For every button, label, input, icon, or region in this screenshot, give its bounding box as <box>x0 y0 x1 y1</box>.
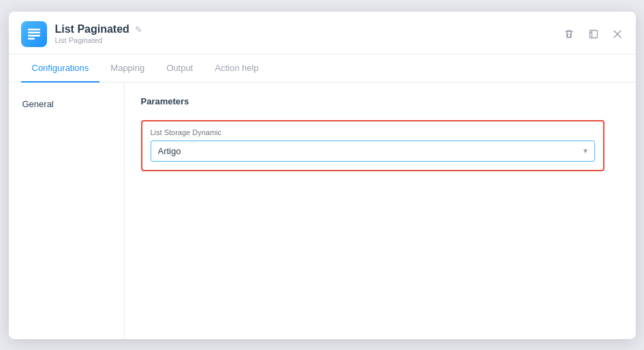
close-button[interactable] <box>611 28 624 40</box>
sidebar-item-general[interactable]: General <box>9 93 124 115</box>
title-left: List Paginated ✎ List Paginated <box>21 21 142 47</box>
form-group: List Storage Dynamic Artigo ▾ <box>141 120 604 171</box>
title-bar: List Paginated ✎ List Paginated <box>9 12 636 55</box>
edit-icon[interactable]: ✎ <box>135 25 142 35</box>
delete-button[interactable] <box>562 27 576 41</box>
form-label: List Storage Dynamic <box>151 128 595 136</box>
tab-configurations[interactable]: Configurations <box>21 55 100 83</box>
sidebar: General <box>9 83 125 339</box>
app-icon <box>21 21 47 47</box>
svg-rect-3 <box>28 38 35 40</box>
expand-icon <box>588 29 599 40</box>
app-icon-svg <box>27 27 42 42</box>
list-storage-dynamic-select[interactable]: Artigo <box>151 141 594 161</box>
svg-rect-2 <box>28 35 40 37</box>
window-title: List Paginated <box>55 23 129 35</box>
main-window: List Paginated ✎ List Paginated <box>9 12 636 339</box>
delete-icon <box>564 29 574 40</box>
tab-output[interactable]: Output <box>155 55 204 83</box>
close-icon <box>613 29 622 39</box>
expand-button[interactable] <box>587 27 600 41</box>
title-main: List Paginated ✎ <box>55 23 142 35</box>
title-text: List Paginated ✎ List Paginated <box>55 23 142 44</box>
tab-bar: Configurations Mapping Output Action hel… <box>9 55 636 83</box>
main-content: Parameters List Storage Dynamic Artigo ▾ <box>125 83 636 339</box>
title-controls <box>562 27 624 41</box>
select-wrapper: Artigo ▾ <box>151 141 595 162</box>
svg-rect-0 <box>28 29 40 31</box>
svg-rect-4 <box>589 30 597 38</box>
content-area: General Parameters List Storage Dynamic … <box>9 83 636 339</box>
svg-rect-1 <box>28 31 40 33</box>
tab-mapping[interactable]: Mapping <box>99 55 155 83</box>
section-title: Parameters <box>141 96 619 106</box>
window-subtitle: List Paginated <box>55 36 142 44</box>
tab-action-help[interactable]: Action help <box>204 55 269 83</box>
